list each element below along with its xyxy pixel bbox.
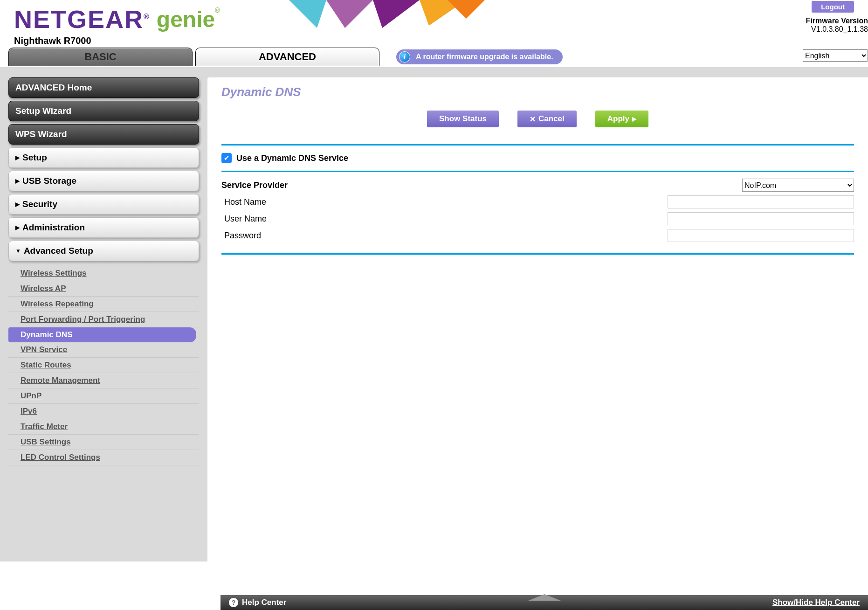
apply-button[interactable]: Apply▶	[595, 111, 648, 127]
svg-marker-2	[373, 0, 420, 28]
service-provider-label: Service Provider	[221, 180, 668, 190]
subitem-upnp[interactable]: UPnP	[8, 388, 199, 404]
logout-button[interactable]: Logout	[812, 1, 854, 13]
show-status-button[interactable]: Show Status	[427, 111, 499, 127]
subitem-remote-management[interactable]: Remote Management	[8, 373, 199, 388]
sidebar-section-advanced-setup[interactable]: ▼Advanced Setup	[8, 241, 199, 261]
user-name-row: User Name	[221, 210, 854, 227]
chevron-right-icon: ▶	[15, 224, 20, 231]
play-icon: ▶	[632, 116, 636, 122]
sidebar-section-security[interactable]: ▶Security	[8, 194, 199, 215]
content-panel: Dynamic DNS Show Status ✕Cancel Apply▶ ✔…	[207, 77, 868, 561]
chevron-down-icon: ▼	[15, 248, 21, 254]
svg-marker-0	[289, 0, 326, 28]
user-name-label: User Name	[221, 214, 668, 224]
password-input[interactable]	[668, 229, 854, 242]
main-area: ADVANCED Home Setup Wizard WPS Wizard ▶S…	[0, 67, 868, 561]
service-provider-row: Service Provider NoIP.com	[221, 177, 854, 194]
divider	[221, 144, 854, 146]
password-row: Password	[221, 227, 854, 244]
firmware-version-value: V1.0.3.80_1.1.38	[806, 25, 868, 34]
language-select[interactable]: English	[803, 49, 868, 62]
use-ddns-checkbox[interactable]: ✔	[221, 153, 232, 163]
firmware-upgrade-notice[interactable]: i A router firmware upgrade is available…	[396, 49, 563, 64]
subitem-wireless-ap[interactable]: Wireless AP	[8, 281, 199, 297]
firmware-version-label: Firmware Version	[806, 17, 868, 25]
divider	[221, 171, 854, 172]
password-label: Password	[221, 231, 668, 241]
header: NETGEAR® genie® Nighthawk R7000 Logout F…	[0, 0, 868, 47]
subitem-led-control[interactable]: LED Control Settings	[8, 450, 199, 465]
use-ddns-row: ✔ Use a Dynamic DNS Service	[221, 150, 854, 166]
chevron-right-icon: ▶	[15, 178, 20, 184]
close-icon: ✕	[530, 115, 536, 124]
subitem-port-forwarding[interactable]: Port Forwarding / Port Triggering	[8, 312, 199, 327]
button-row: Show Status ✕Cancel Apply▶	[221, 111, 854, 127]
svg-marker-4	[448, 0, 485, 19]
host-name-label: Host Name	[221, 197, 668, 207]
sidebar-setup-wizard[interactable]: Setup Wizard	[8, 101, 199, 121]
netgear-logo: NETGEAR®	[14, 5, 150, 34]
subitem-static-routes[interactable]: Static Routes	[8, 358, 199, 373]
use-ddns-label: Use a Dynamic DNS Service	[236, 153, 348, 163]
tab-advanced[interactable]: ADVANCED	[195, 48, 379, 66]
tab-basic[interactable]: BASIC	[8, 48, 193, 66]
service-provider-select[interactable]: NoIP.com	[742, 179, 854, 192]
divider	[221, 253, 854, 255]
subitem-vpn-service[interactable]: VPN Service	[8, 342, 199, 358]
page-title: Dynamic DNS	[221, 85, 854, 99]
chevron-right-icon: ▶	[15, 201, 20, 208]
firmware-upgrade-text: A router firmware upgrade is available.	[416, 53, 553, 61]
genie-logo: genie®	[157, 7, 220, 32]
cancel-button[interactable]: ✕Cancel	[517, 111, 577, 127]
subitem-dynamic-dns[interactable]: Dynamic DNS	[8, 327, 196, 342]
subitem-usb-settings[interactable]: USB Settings	[8, 435, 199, 450]
tab-row: BASIC ADVANCED i A router firmware upgra…	[0, 47, 868, 67]
chevron-right-icon: ▶	[15, 154, 20, 161]
host-name-input[interactable]	[668, 195, 854, 208]
decorative-triangles-icon	[289, 0, 513, 28]
sidebar-section-usb-storage[interactable]: ▶USB Storage	[8, 171, 199, 191]
info-icon: i	[399, 51, 410, 62]
subitem-traffic-meter[interactable]: Traffic Meter	[8, 419, 199, 435]
firmware-version: Firmware Version V1.0.3.80_1.1.38	[806, 17, 868, 34]
model-label: Nighthawk R7000	[14, 35, 854, 46]
svg-marker-1	[326, 0, 373, 28]
subitem-wireless-settings[interactable]: Wireless Settings	[8, 266, 199, 281]
advanced-setup-submenu: Wireless Settings Wireless AP Wireless R…	[8, 264, 199, 467]
sidebar-advanced-home[interactable]: ADVANCED Home	[8, 77, 199, 98]
sidebar-wps-wizard[interactable]: WPS Wizard	[8, 124, 199, 145]
sidebar-section-administration[interactable]: ▶Administration	[8, 217, 199, 238]
subitem-wireless-repeating[interactable]: Wireless Repeating	[8, 297, 199, 312]
sidebar-section-setup[interactable]: ▶Setup	[8, 147, 199, 168]
host-name-row: Host Name	[221, 194, 854, 210]
sidebar: ADVANCED Home Setup Wizard WPS Wizard ▶S…	[0, 67, 207, 561]
user-name-input[interactable]	[668, 212, 854, 225]
subitem-ipv6[interactable]: IPv6	[8, 404, 199, 419]
